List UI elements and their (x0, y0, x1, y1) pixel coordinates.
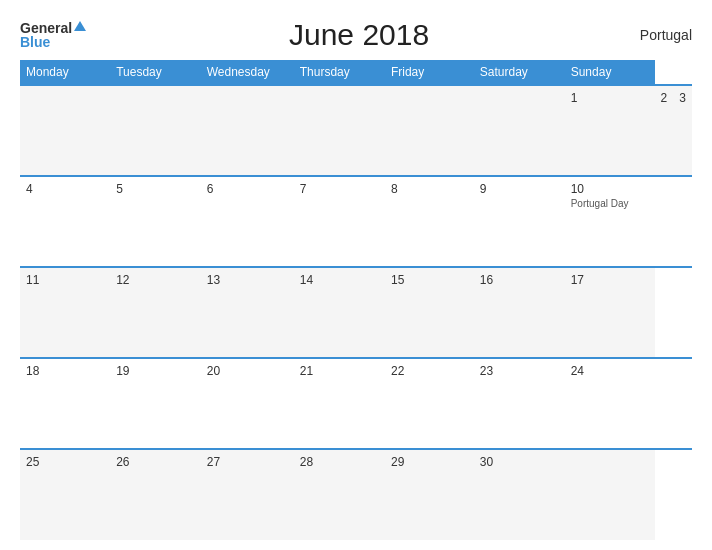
calendar-week-2: 45678910Portugal Day (20, 176, 692, 267)
day-number: 26 (116, 455, 195, 469)
day-number: 25 (26, 455, 104, 469)
day-event: Portugal Day (571, 198, 649, 209)
calendar-day: 14 (294, 267, 385, 358)
calendar-day: 17 (565, 267, 655, 358)
calendar-day: 13 (201, 267, 294, 358)
day-number: 18 (26, 364, 104, 378)
calendar-day: 15 (385, 267, 474, 358)
day-number: 5 (116, 182, 195, 196)
calendar-day: 29 (385, 449, 474, 540)
calendar-day: 2 (655, 85, 674, 176)
day-number: 17 (571, 273, 649, 287)
calendar-day: 9 (474, 176, 565, 267)
calendar-day: 27 (201, 449, 294, 540)
day-number: 28 (300, 455, 379, 469)
day-number: 21 (300, 364, 379, 378)
calendar-day: 16 (474, 267, 565, 358)
day-number: 12 (116, 273, 195, 287)
calendar-day: 11 (20, 267, 110, 358)
calendar-day: 25 (20, 449, 110, 540)
empty-cell (201, 85, 294, 176)
calendar-day: 20 (201, 358, 294, 449)
calendar-day: 30 (474, 449, 565, 540)
day-number: 23 (480, 364, 559, 378)
calendar-day: 8 (385, 176, 474, 267)
day-number: 14 (300, 273, 379, 287)
day-number: 19 (116, 364, 195, 378)
day-number: 7 (300, 182, 379, 196)
calendar-day: 10Portugal Day (565, 176, 655, 267)
day-number: 2 (661, 91, 668, 105)
day-number: 15 (391, 273, 468, 287)
day-number: 13 (207, 273, 288, 287)
country-label: Portugal (632, 27, 692, 43)
day-number: 1 (571, 91, 649, 105)
weekday-header-sunday: Sunday (565, 60, 655, 85)
logo-blue-text: Blue (20, 35, 50, 49)
logo-general-text: General (20, 21, 72, 35)
day-number: 16 (480, 273, 559, 287)
logo-triangle-icon (74, 21, 86, 31)
day-number: 9 (480, 182, 559, 196)
weekday-header-wednesday: Wednesday (201, 60, 294, 85)
calendar-day: 4 (20, 176, 110, 267)
weekday-header-saturday: Saturday (474, 60, 565, 85)
day-number: 27 (207, 455, 288, 469)
calendar-day (294, 85, 385, 176)
day-number: 6 (207, 182, 288, 196)
calendar-day: 19 (110, 358, 201, 449)
calendar-day: 12 (110, 267, 201, 358)
calendar-table: MondayTuesdayWednesdayThursdayFridaySatu… (20, 60, 692, 540)
calendar-week-4: 18192021222324 (20, 358, 692, 449)
weekday-header-row: MondayTuesdayWednesdayThursdayFridaySatu… (20, 60, 692, 85)
calendar-week-3: 11121314151617 (20, 267, 692, 358)
month-title: June 2018 (86, 18, 632, 52)
weekday-header-monday: Monday (20, 60, 110, 85)
calendar-day: 1 (565, 85, 655, 176)
weekday-header-tuesday: Tuesday (110, 60, 201, 85)
calendar-day: 26 (110, 449, 201, 540)
calendar-day: 3 (673, 85, 692, 176)
weekday-header-friday: Friday (385, 60, 474, 85)
calendar-day: 23 (474, 358, 565, 449)
calendar-day (385, 85, 474, 176)
calendar-week-5: 252627282930 (20, 449, 692, 540)
calendar-day: 18 (20, 358, 110, 449)
calendar-day: 21 (294, 358, 385, 449)
day-number: 24 (571, 364, 649, 378)
calendar-day (565, 449, 655, 540)
day-number: 4 (26, 182, 104, 196)
day-number: 3 (679, 91, 686, 105)
day-number: 30 (480, 455, 559, 469)
day-number: 8 (391, 182, 468, 196)
calendar-day: 7 (294, 176, 385, 267)
weekday-header-thursday: Thursday (294, 60, 385, 85)
empty-cell (20, 85, 110, 176)
page-header: General Blue June 2018 Portugal (20, 18, 692, 52)
calendar-day: 5 (110, 176, 201, 267)
empty-cell (110, 85, 201, 176)
logo: General Blue (20, 21, 86, 49)
calendar-day (474, 85, 565, 176)
calendar-week-1: 123 (20, 85, 692, 176)
calendar-day: 6 (201, 176, 294, 267)
calendar-day: 22 (385, 358, 474, 449)
day-number: 11 (26, 273, 104, 287)
day-number: 29 (391, 455, 468, 469)
day-number: 22 (391, 364, 468, 378)
day-number: 20 (207, 364, 288, 378)
day-number: 10 (571, 182, 649, 196)
calendar-day: 28 (294, 449, 385, 540)
calendar-day: 24 (565, 358, 655, 449)
